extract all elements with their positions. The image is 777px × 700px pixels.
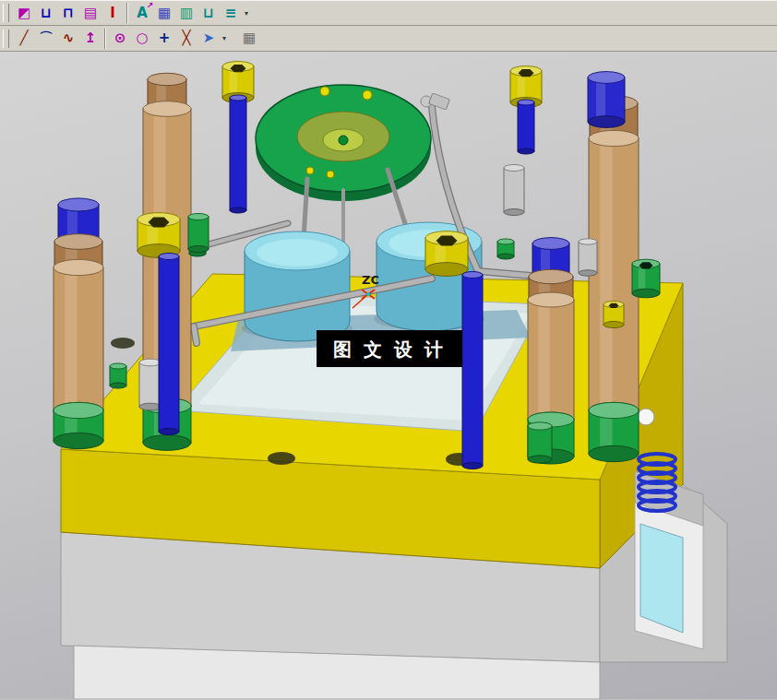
dropdown-arrow-icon[interactable]: ▾ [242, 9, 251, 18]
spline-tool-icon[interactable]: ∿ [57, 28, 79, 50]
annotation-icon[interactable]: A↗ [131, 2, 153, 24]
toolbar-sketch: ╱⌒∿↥⊙○+╳➤▾▦ [0, 26, 777, 52]
toolbar-drag-handle[interactable] [3, 30, 9, 48]
pocket-feature-icon[interactable]: ⊓ [57, 2, 79, 24]
return-pin-top-left [230, 95, 246, 213]
locating-ring [256, 85, 431, 201]
watermark: 图 文 设 计 [333, 338, 446, 361]
core-cylinder-left [242, 231, 353, 341]
silver-plug-left [139, 359, 161, 410]
green-plug-front-left [110, 363, 126, 388]
silver-plug-right [579, 239, 597, 276]
hole-feature-icon[interactable]: ⊔ [35, 2, 57, 24]
arc-tool-icon[interactable]: ⌒ [35, 28, 57, 50]
diag-cross-tool-icon[interactable]: ╳ [175, 28, 197, 50]
guide-pillar-front-right [528, 292, 574, 427]
u-channel-icon[interactable]: ⊔ [197, 2, 220, 24]
ejector-spring [639, 454, 675, 511]
yellow-mini-screw-right [604, 301, 624, 327]
ejector-cutaway [635, 454, 703, 649]
guide-pillar-front-left [54, 259, 103, 418]
hex-screw-plate-center [425, 231, 468, 277]
return-pin-top-right [518, 100, 534, 154]
3d-viewport[interactable]: ZC 图 文 设 计 [0, 52, 777, 699]
green-plug-left [188, 213, 209, 252]
guide-pillar-front-left-bushing [54, 402, 103, 448]
watermark-box: 图 文 设 计 [317, 330, 462, 367]
blue-cap-top-right [588, 72, 625, 128]
toolbar-main: ◩⊔⊓▤IA↗▦▥⊔≡▾ [0, 0, 777, 26]
point-tool-icon[interactable]: ↥ [79, 28, 102, 50]
circle-center-tool-icon[interactable]: ⊙ [109, 28, 131, 50]
toolbar-drag-handle[interactable] [3, 4, 9, 22]
cutaway-window [640, 524, 683, 633]
select-tool-icon[interactable]: ➤ [197, 28, 220, 50]
grid-calculator-icon[interactable]: ▦ [238, 28, 260, 50]
green-plug-lower-right [528, 422, 552, 463]
toolbar-separator [104, 29, 106, 49]
mold-assembly-model: ZC 图 文 设 计 [0, 52, 777, 699]
ejector-pin-left [159, 253, 179, 434]
ejector-pin-right [462, 271, 483, 469]
green-screw-right [632, 259, 660, 298]
sketch-icon[interactable]: ◩ [13, 2, 35, 24]
gauge-icon[interactable]: ▤ [79, 2, 102, 24]
hatch-icon[interactable]: ▦ [153, 2, 175, 24]
list-icon[interactable]: ≡ [220, 2, 242, 24]
plus-tool-icon[interactable]: + [153, 28, 175, 50]
line-tool-icon[interactable]: ╱ [13, 28, 35, 50]
side-hole [638, 409, 654, 425]
pipe-fitting-green-mid [497, 239, 514, 259]
pipe-fitting-silver-upper [504, 164, 524, 215]
toolbar-gap [229, 29, 238, 49]
hex-screw-plate-left [137, 213, 180, 258]
histogram-icon[interactable]: ▥ [175, 2, 197, 24]
toolbar-separator [126, 3, 128, 23]
wcs-label: ZC [362, 273, 379, 287]
guide-pillar-back-right-bushing [589, 402, 639, 461]
dropdown-arrow-icon[interactable]: ▾ [220, 34, 229, 42]
ibeam-icon[interactable]: I [102, 2, 124, 24]
circle-tool-icon[interactable]: ○ [131, 28, 153, 50]
